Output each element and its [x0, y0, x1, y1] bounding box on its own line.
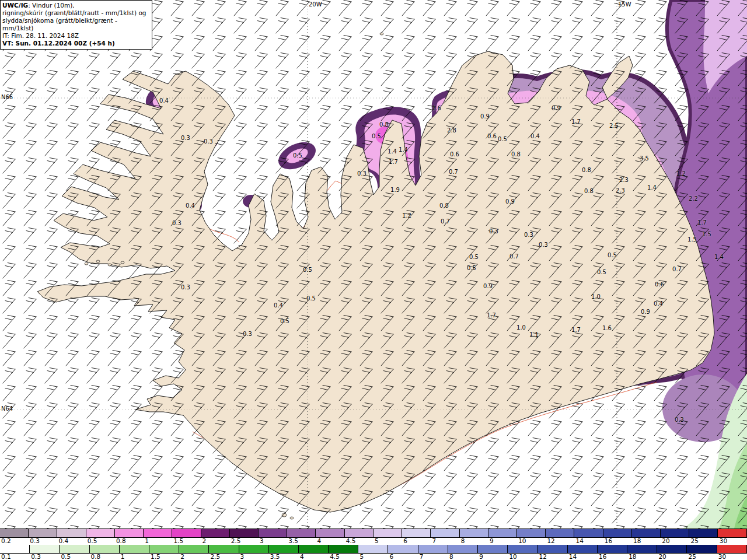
app-title: UWC/IG — [2, 2, 28, 9]
colorbar-cell — [345, 529, 374, 537]
colorbar-tick-label: 1 — [145, 537, 149, 544]
colorbar-tick-label: 6 — [390, 553, 394, 560]
colorbar-tick-label: 4 — [317, 537, 322, 544]
colorbar-tick-label: 0.3 — [31, 553, 41, 560]
grid-coordinate-label: N66 — [1, 94, 13, 100]
colorbar-cell — [30, 545, 60, 553]
colorbar-cell — [508, 545, 537, 553]
colorbar-tick-label: 4.5 — [346, 537, 356, 544]
colorbar-tick-label: 8 — [461, 537, 465, 544]
colorbar-cell — [689, 529, 718, 537]
colorbar-tick-label: 2 — [203, 537, 207, 544]
precip-value-label: 1.7 — [571, 327, 581, 333]
colorbar-cell — [402, 529, 431, 537]
precip-value-label: 0.7 — [441, 218, 450, 225]
precip-value-label: 0.4 — [186, 202, 195, 209]
precip-value-label: 0.9 — [483, 283, 493, 289]
colorbar-tick-label: 9 — [490, 537, 494, 544]
colorbar-cell — [60, 545, 89, 553]
info-init-time: IT: Fim. 28. 11. 2024 18Z — [2, 32, 148, 40]
precip-value-label: 0.3 — [172, 220, 181, 226]
colorbar-tick-label: 10 — [509, 553, 516, 560]
colorbar-cell — [478, 545, 508, 553]
colorbar-tick-label: 1.5 — [173, 537, 183, 544]
colorbar-cell — [90, 545, 120, 553]
colorbar-tick-label: 9 — [479, 553, 483, 560]
colorbar-tick-label: 3 — [260, 537, 264, 544]
colorbar-tick-label: 30 — [718, 553, 726, 560]
precip-value-label: 1.7 — [487, 312, 496, 318]
precip-value-label: 2.8 — [447, 127, 456, 134]
colorbar-tick-label: 0.8 — [91, 553, 101, 560]
colorbar-cell — [259, 529, 287, 537]
colorbar-cell — [269, 545, 299, 553]
weather-map: 0.40.30.30.50.30.40.30.30.50.50.40.50.30… — [0, 0, 747, 528]
colorbar-tick-label: 8 — [449, 553, 453, 560]
weather-forecast-screen: 0.40.30.30.50.30.40.30.30.50.50.40.50.30… — [0, 0, 747, 560]
colorbar-tick-label: 2.5 — [210, 553, 220, 560]
precip-value-label: 1.2 — [402, 212, 411, 219]
forecast-info-box: UWC/IG: Vindur (10m), rigning/skúrir (gr… — [0, 0, 152, 50]
colorbar-cell — [661, 529, 689, 537]
precip-value-label: 0.6 — [487, 133, 497, 139]
precip-value-label: 1.4 — [647, 184, 657, 191]
colorbar-tick-label: 2 — [180, 553, 184, 560]
precip-value-label: 0.6 — [450, 151, 459, 158]
precip-value-label: 3.5 — [640, 155, 649, 162]
precip-value-label: 0.4 — [274, 302, 283, 309]
colorbar-tick-label: 16 — [605, 537, 612, 544]
colorbar-tick-label: 0.5 — [88, 537, 97, 544]
info-line-snow: slydda/snjókoma (grátt/bleikt/grænt - mm… — [2, 17, 148, 32]
precip-value-label: 1.2 — [676, 170, 686, 177]
precip-value-label: 0.8 — [584, 188, 594, 194]
colorbar-cell — [86, 529, 115, 537]
grid-coordinate-label: 20W — [309, 1, 322, 8]
precip-value-label: 1.7 — [697, 219, 707, 226]
colorbar-cell — [488, 529, 517, 537]
precip-value-label: 0.3 — [204, 138, 213, 145]
precip-value-label: 1.0 — [516, 324, 526, 331]
colorbar-tick-label: 12 — [547, 537, 554, 544]
precip-value-label: 0.5 — [293, 152, 302, 159]
colorbar-tick-label: 3 — [240, 553, 245, 560]
precip-value-label: 0.5 — [597, 269, 606, 275]
colorbar-tick-label: 18 — [633, 537, 641, 544]
precip-value-label: 1.7 — [389, 159, 398, 165]
precip-value-label: 1.4 — [399, 146, 408, 153]
precip-value-label: 0.9 — [505, 198, 515, 205]
precip-value-label: 0.4 — [530, 133, 540, 139]
colorbar-tick-label: 1 — [121, 553, 125, 560]
colorbar-cell — [574, 529, 603, 537]
colorbar-cell — [627, 545, 657, 553]
colorbar-cell — [316, 529, 344, 537]
colorbar-tick-label: 3.5 — [270, 553, 280, 560]
colorbar-cell — [144, 529, 172, 537]
colorbar-cell — [546, 529, 574, 537]
colorbar-tick-label: 25 — [689, 553, 696, 560]
colorbar-tick-label: 12 — [539, 553, 547, 560]
grid-coordinate-label: N64 — [1, 405, 13, 412]
precip-value-label: 2.3 — [619, 177, 629, 183]
precip-value-label: 1.6 — [602, 325, 612, 331]
precip-value-label: 0.3 — [489, 228, 498, 235]
precip-value-label: 0.8 — [439, 202, 449, 209]
legend-colorbars: 0.20.30.40.50.811.522.533.544.5567891012… — [0, 528, 747, 560]
colorbar-cell — [517, 529, 546, 537]
colorbar-cell — [239, 545, 269, 553]
colorbar-tick-label: 20 — [658, 553, 666, 560]
colorbar-cell — [120, 545, 149, 553]
precip-value-label: 1.4 — [714, 254, 724, 260]
precip-value-label: 1.1 — [529, 331, 539, 338]
colorbar-cell — [657, 545, 687, 553]
colorbar-cell — [201, 529, 230, 537]
colorbar-tick-label: 14 — [569, 553, 577, 560]
precip-value-label: 0.3 — [357, 170, 366, 177]
precip-value-label: 0.8 — [379, 121, 389, 128]
colorbar-cell — [687, 545, 717, 553]
colorbar-cell — [598, 545, 627, 553]
precip-value-label: 0.5 — [306, 295, 316, 302]
colorbar-cell — [603, 529, 632, 537]
colorbar-cell — [388, 545, 418, 553]
colorbar-cell — [718, 529, 746, 537]
colorbar-cell — [0, 545, 30, 553]
